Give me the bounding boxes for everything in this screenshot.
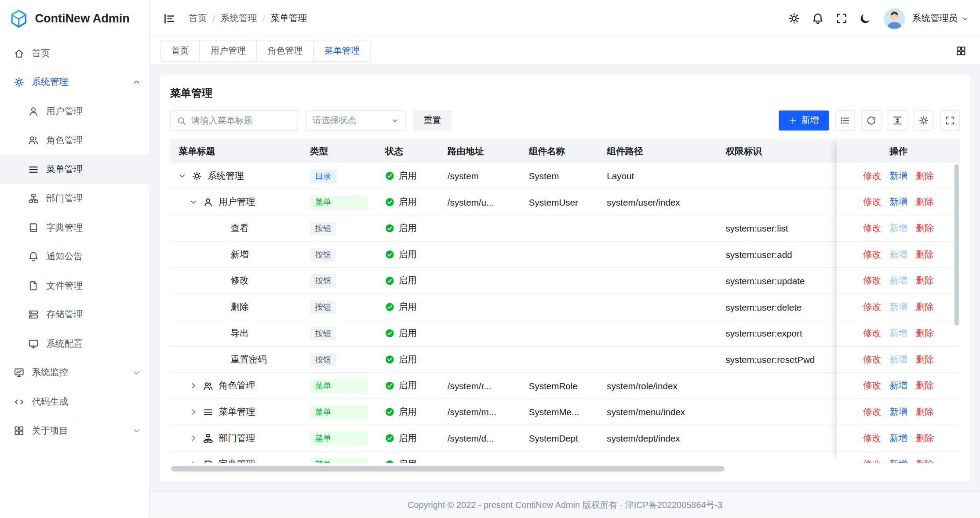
status-select[interactable]: 请选择状态 — [306, 111, 405, 130]
chevron-down-icon[interactable] — [178, 172, 186, 180]
sidebar-item-home[interactable]: 首页 — [0, 39, 149, 68]
collapse-sidebar-button[interactable] — [160, 9, 179, 28]
chevron-right-icon[interactable] — [189, 408, 197, 416]
sidebar-item-system-mgmt[interactable]: 系统管理 — [0, 68, 149, 97]
sidebar-item-dict-mgmt[interactable]: 字典管理 — [0, 213, 149, 242]
refresh-button[interactable] — [861, 111, 881, 130]
component-cell: SystemRole — [520, 373, 598, 398]
menu-title: 新增 — [231, 249, 249, 261]
status-cell: 启用 — [376, 399, 439, 424]
op-add-link[interactable]: 新增 — [889, 406, 907, 418]
tab-user-mgmt[interactable]: 用户管理 — [199, 40, 257, 62]
theme-button[interactable] — [855, 8, 876, 29]
op-delete-link[interactable]: 删除 — [916, 406, 934, 418]
chevron-right-icon[interactable] — [189, 460, 197, 463]
op-edit-link[interactable]: 修改 — [863, 458, 881, 463]
topbar: 首页/系统管理/菜单管理 系统管理员 — [150, 0, 980, 37]
breadcrumb-item[interactable]: 首页 — [189, 12, 207, 24]
component-cell: SystemMe... — [520, 399, 598, 424]
op-add-link[interactable]: 新增 — [889, 196, 907, 208]
op-edit-link[interactable]: 修改 — [863, 327, 881, 339]
logo[interactable]: ContiNew Admin — [0, 0, 149, 37]
column-settings-button[interactable] — [914, 111, 933, 130]
op-delete-link[interactable]: 删除 — [916, 170, 934, 182]
chevron-right-icon[interactable] — [189, 434, 197, 442]
op-edit-link[interactable]: 修改 — [863, 222, 881, 234]
op-edit-link[interactable]: 修改 — [863, 432, 881, 444]
op-add-link[interactable]: 新增 — [889, 354, 907, 366]
op-add-link[interactable]: 新增 — [889, 327, 907, 339]
sidebar-item-code-gen[interactable]: 代码生成 — [0, 387, 149, 416]
op-edit-link[interactable]: 修改 — [863, 196, 881, 208]
sidebar-item-label: 系统配置 — [46, 338, 82, 350]
op-add-link[interactable]: 新增 — [889, 222, 907, 234]
op-edit-link[interactable]: 修改 — [863, 406, 881, 418]
sidebar-item-user-mgmt[interactable]: 用户管理 — [0, 97, 149, 126]
add-button[interactable]: 新增 — [779, 111, 829, 130]
user-name: 系统管理员 — [912, 12, 958, 24]
list-view-button[interactable] — [835, 111, 855, 130]
sidebar-item-storage-mgmt[interactable]: 存储管理 — [0, 300, 149, 329]
op-add-link[interactable]: 新增 — [889, 275, 907, 287]
operations-body: 修改新增删除修改新增删除修改新增删除修改新增删除修改新增删除修改新增删除修改新增… — [837, 163, 960, 463]
op-add-link[interactable]: 新增 — [889, 170, 907, 182]
column-header: 菜单标题 — [170, 139, 302, 163]
status-text: 启用 — [399, 301, 417, 313]
table-fullscreen-button[interactable] — [940, 111, 960, 130]
settings-button[interactable] — [783, 8, 805, 29]
tab-menu-mgmt[interactable]: 菜单管理 — [313, 40, 371, 62]
search-input[interactable] — [191, 116, 291, 126]
user-menu[interactable]: 系统管理员 — [912, 12, 969, 24]
sidebar-item-role-mgmt[interactable]: 角色管理 — [0, 126, 149, 155]
op-delete-link[interactable]: 删除 — [916, 301, 934, 313]
component-cell: SystemUser — [520, 189, 598, 215]
op-delete-link[interactable]: 删除 — [916, 432, 934, 444]
notifications-button[interactable] — [807, 8, 828, 29]
sidebar-item-notice-mgmt[interactable]: 通知公告 — [0, 242, 149, 271]
op-edit-link[interactable]: 修改 — [863, 275, 881, 287]
horizontal-scrollbar[interactable] — [171, 466, 725, 472]
op-delete-link[interactable]: 删除 — [916, 354, 934, 366]
row-density-button[interactable] — [888, 111, 907, 130]
reset-button[interactable]: 重置 — [413, 111, 452, 130]
op-delete-link[interactable]: 删除 — [916, 249, 934, 261]
sidebar-item-menu-mgmt[interactable]: 菜单管理 — [0, 155, 149, 184]
sidebar-item-system-config[interactable]: 系统配置 — [0, 329, 149, 358]
sidebar-item-about[interactable]: 关于项目 — [0, 416, 149, 445]
op-delete-link[interactable]: 删除 — [916, 275, 934, 287]
sidebar-item-file-mgmt[interactable]: 文件管理 — [0, 271, 149, 300]
breadcrumb-item[interactable]: 菜单管理 — [271, 12, 307, 24]
sidebar-item-dept-mgmt[interactable]: 部门管理 — [0, 184, 149, 213]
vertical-scrollbar[interactable] — [954, 164, 959, 326]
op-add-link[interactable]: 新增 — [889, 432, 907, 444]
chevron-right-icon[interactable] — [189, 382, 197, 390]
op-edit-link[interactable]: 修改 — [863, 354, 881, 366]
op-edit-link[interactable]: 修改 — [863, 301, 881, 313]
fullscreen-button[interactable] — [831, 8, 852, 29]
type-badge: 菜单 — [310, 405, 368, 419]
tab-role-mgmt[interactable]: 角色管理 — [256, 40, 314, 62]
op-add-link[interactable]: 新增 — [889, 458, 907, 463]
op-delete-link[interactable]: 删除 — [916, 196, 934, 208]
op-delete-link[interactable]: 删除 — [916, 458, 934, 463]
op-edit-link[interactable]: 修改 — [863, 380, 881, 391]
op-add-link[interactable]: 新增 — [889, 380, 907, 391]
op-edit-link[interactable]: 修改 — [863, 170, 881, 182]
op-delete-link[interactable]: 删除 — [916, 222, 934, 234]
sidebar-item-system-monitor[interactable]: 系统监控 — [0, 358, 149, 387]
status-cell: 启用 — [376, 320, 439, 346]
op-delete-link[interactable]: 删除 — [916, 380, 934, 391]
app-root: ContiNew Admin 首页系统管理用户管理角色管理菜单管理部门管理字典管… — [0, 0, 980, 518]
op-add-link[interactable]: 新增 — [889, 301, 907, 313]
op-edit-link[interactable]: 修改 — [863, 249, 881, 261]
avatar[interactable] — [883, 8, 904, 29]
breadcrumb: 首页/系统管理/菜单管理 — [189, 12, 307, 24]
breadcrumb-item[interactable]: 系统管理 — [221, 12, 257, 24]
tab-home[interactable]: 首页 — [160, 40, 200, 62]
card: 菜单管理 请选择状态 重置 — [160, 75, 970, 482]
tab-actions-button[interactable] — [951, 42, 970, 61]
op-add-link[interactable]: 新增 — [889, 249, 907, 261]
chevron-down-icon[interactable] — [189, 198, 197, 206]
op-delete-link[interactable]: 删除 — [916, 327, 934, 339]
grid-icon — [955, 46, 966, 56]
